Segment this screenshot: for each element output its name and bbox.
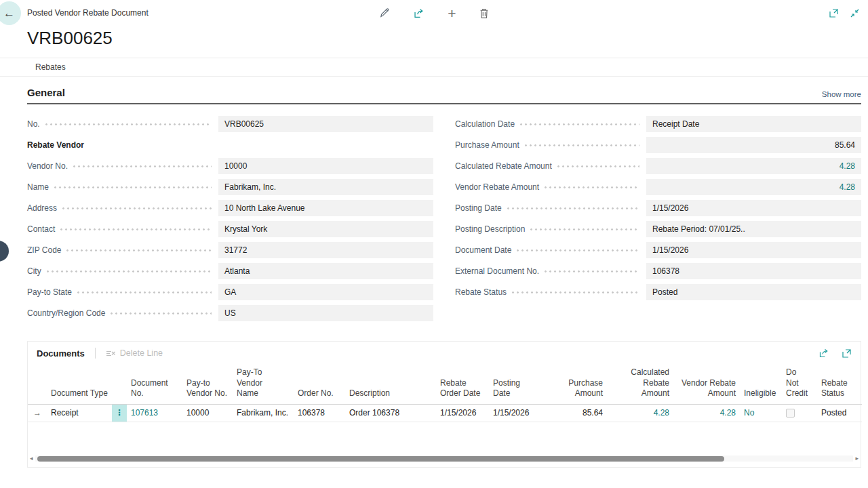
documents-expand-button[interactable] [842,348,852,359]
active-row-marker-icon: → [28,404,47,422]
contact-field[interactable]: Krystal York [218,221,433,237]
tab-documents[interactable]: Documents [37,348,85,359]
rebate-status-field[interactable]: Posted [646,284,861,300]
dot-leader [45,123,212,125]
scrollbar-track[interactable] [35,455,854,462]
field-city: City Atlanta [27,263,433,279]
back-button[interactable]: ← [0,1,21,25]
col-calculated-rebate-amount[interactable]: Calculated Rebate Amount [607,365,673,404]
zip-code-field[interactable]: 31772 [218,242,433,258]
cell-ineligible-link[interactable]: No [740,404,782,422]
scrollbar-thumb[interactable] [37,456,725,462]
city-field[interactable]: Atlanta [218,263,433,279]
delete-line-button[interactable]: Delete Line [106,348,163,358]
general-left-column: No. VRB00625 Rebate Vendor Vendor No. 10… [27,116,433,326]
dot-leader [517,249,639,251]
dot-leader [507,207,639,209]
col-do-not-credit[interactable]: Do Not Credit [782,365,817,404]
pay-to-state-field[interactable]: GA [218,284,433,300]
dot-leader [66,249,212,251]
cell-vendor-rebate-amount-link[interactable]: 4.28 [673,404,740,422]
documents-card-header: Documents Delete Line [28,342,861,365]
edit-button[interactable] [378,7,390,19]
cell-pay-to-vendor-no[interactable]: 10000 [182,404,233,422]
dot-leader [111,312,212,314]
row-menu-icon[interactable]: ⋮ [112,404,127,422]
field-contact: Contact Krystal York [27,221,433,237]
external-document-no-field[interactable]: 106378 [646,263,861,279]
country-region-code-field[interactable]: US [218,305,433,321]
field-calculated-rebate-amount: Calculated Rebate Amount 4.28 [455,158,861,174]
col-row-marker [28,365,47,404]
ribbon-tab-rebates[interactable]: Rebates [35,62,66,72]
share-button[interactable] [413,7,425,19]
cell-order-no[interactable]: 106378 [294,404,345,422]
delete-button[interactable] [479,7,490,19]
rebate-vendor-group-caption: Rebate Vendor [27,137,433,153]
name-field[interactable]: Fabrikam, Inc. [218,179,433,195]
col-pay-to-vendor-name[interactable]: Pay-To Vendor Name [233,365,294,404]
vendor-rebate-amount-link[interactable]: 4.28 [646,179,861,195]
scroll-left-icon[interactable]: ◂ [30,455,33,462]
field-purchase-amount: Purchase Amount 85.64 [455,137,861,153]
field-country-region-code: Country/Region Code US [27,305,433,321]
purchase-amount-field[interactable]: 85.64 [646,137,861,153]
new-button[interactable]: + [448,6,456,20]
show-more-link[interactable]: Show more [822,90,861,98]
pencil-icon [378,7,390,19]
popout-icon [829,8,839,18]
posting-description-field[interactable]: Rebate Period: 07/01/25.. [646,221,861,237]
cell-purchase-amount[interactable]: 85.64 [543,404,607,422]
cell-calculated-rebate-amount-link[interactable]: 4.28 [607,404,673,422]
col-order-no[interactable]: Order No. [294,365,345,404]
col-description[interactable]: Description [345,365,436,404]
cell-document-type[interactable]: Receipt [47,404,112,422]
dot-leader [47,270,212,272]
address-field[interactable]: 10 North Lake Avenue [218,200,433,216]
dot-leader [62,207,212,209]
dot-leader [557,165,639,167]
scroll-right-icon[interactable]: ▸ [855,455,859,462]
calculated-rebate-amount-link[interactable]: 4.28 [646,158,861,174]
share-icon [413,7,425,19]
collapse-button[interactable] [850,8,860,18]
cell-pay-to-vendor-name[interactable]: Fabrikam, Inc. [233,404,294,422]
dot-leader [60,228,212,230]
documents-card-icons [818,348,852,359]
cell-description[interactable]: Order 106378 [345,404,436,422]
cell-rebate-status[interactable]: Posted [817,404,862,422]
vendor-no-field[interactable]: 10000 [218,158,433,174]
field-external-document-no: External Document No. 106378 [455,263,861,279]
cell-posting-date[interactable]: 1/15/2026 [489,404,543,422]
col-ineligible[interactable]: Ineligible [740,365,782,404]
window-controls [829,0,860,26]
col-document-no[interactable]: Document No. [127,365,182,404]
col-purchase-amount[interactable]: Purchase Amount [543,365,607,404]
trash-icon [479,7,490,19]
do-not-credit-checkbox[interactable] [786,409,795,418]
col-vendor-rebate-amount[interactable]: Vendor Rebate Amount [673,365,740,404]
field-no: No. VRB00625 [27,116,433,132]
col-document-type[interactable]: Document Type [47,365,112,404]
col-row-menu [112,365,127,404]
col-posting-date[interactable]: Posting Date [489,365,543,404]
horizontal-scrollbar: ◂ ▸ [30,453,859,464]
field-posting-date: Posting Date 1/15/2026 [455,200,861,216]
cell-document-no-link[interactable]: 107613 [127,404,182,422]
dot-leader [512,291,639,293]
dot-leader [77,291,212,293]
documents-card: Documents Delete Line [27,341,861,468]
dot-leader [530,228,639,230]
calculation-date-field[interactable]: Receipt Date [646,116,861,132]
table-row[interactable]: → Receipt ⋮ 107613 10000 Fabrikam, Inc. … [28,404,862,422]
no-field[interactable]: VRB00625 [218,116,433,132]
cell-rebate-order-date[interactable]: 1/15/2026 [436,404,489,422]
general-heading: General [27,87,65,98]
posting-date-field[interactable]: 1/15/2026 [646,200,861,216]
open-in-new-window-button[interactable] [829,8,839,18]
documents-share-button[interactable] [818,348,829,359]
col-rebate-order-date[interactable]: Rebate Order Date [436,365,489,404]
document-date-field[interactable]: 1/15/2026 [646,242,861,258]
col-rebate-status[interactable]: Rebate Status [817,365,862,404]
col-pay-to-vendor-no[interactable]: Pay-to Vendor No. [182,365,233,404]
